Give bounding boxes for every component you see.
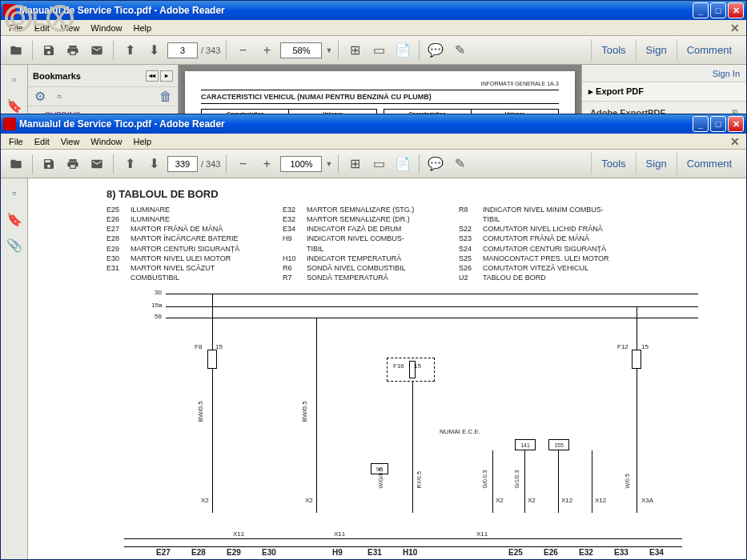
bm-new-button[interactable]: ▫ [52, 90, 66, 104]
close-doc-button[interactable]: ✕ [727, 135, 743, 148]
pdf2-title: 8) TABLOUL DE BORD [106, 188, 730, 200]
content-area-2: ▫ 🔖 📎 8) TABLOUL DE BORD E25E26E27E28E29… [1, 178, 746, 559]
prev-page-button[interactable]: ⬆ [119, 154, 140, 174]
print-button[interactable] [62, 154, 83, 174]
signin-link[interactable]: Sign In [582, 65, 746, 82]
zoom-out-button[interactable]: − [232, 40, 253, 61]
prev-page-button[interactable]: ⬆ [119, 40, 140, 61]
menu-file[interactable]: File [4, 22, 28, 34]
pdf-page-2: 8) TABLOUL DE BORD E25E26E27E28E29E30E31… [28, 178, 746, 559]
sign-panel-button[interactable]: Sign [636, 153, 677, 174]
export-pdf-header[interactable]: ▸ Export PDF [582, 82, 746, 102]
comment-tool-button[interactable]: 💬 [425, 40, 446, 61]
menu-window[interactable]: Window [86, 135, 127, 148]
menu-help[interactable]: Help [128, 135, 156, 148]
pdf1-corner: INFORMAȚII GENERALE 1A-3 [201, 81, 559, 86]
bookmarks-icon[interactable]: 🔖 [6, 97, 23, 114]
maximize-button[interactable]: □ [710, 2, 726, 18]
attachments-icon[interactable]: 📎 [6, 236, 23, 254]
wiring-diagram: 30 15a 58 F8 15 F12 15 F16 [76, 290, 698, 559]
pdf1-heading: CARACTERISTICI VEHICUL (NUMAI PENTRU BEN… [201, 90, 559, 104]
bm-options-button[interactable]: ⚙ [33, 90, 47, 104]
comment-tool-button[interactable]: 💬 [425, 154, 446, 174]
titlebar-2[interactable]: Manualul de Service Tico.pdf - Adobe Rea… [1, 114, 746, 134]
fit-width-button[interactable]: ⊞ [344, 154, 365, 174]
menu-window[interactable]: Window [86, 22, 127, 34]
minimize-button[interactable]: _ [693, 116, 709, 132]
fit-width-button[interactable]: ⊞ [344, 40, 365, 61]
bm-collapse-button[interactable]: ◂◂ [146, 70, 159, 82]
close-button[interactable]: ✕ [728, 116, 744, 132]
view-mode-button[interactable]: 📄 [392, 40, 413, 61]
menu-help[interactable]: Help [128, 22, 156, 34]
menu-file[interactable]: File [4, 135, 28, 148]
page-total-2: / 343 [201, 159, 220, 169]
tools-panel-button[interactable]: Tools [591, 153, 635, 174]
next-page-button[interactable]: ⬇ [143, 154, 164, 174]
close-button[interactable]: ✕ [728, 2, 744, 18]
zoom-in-button[interactable]: + [256, 40, 277, 61]
menubar-1: File Edit View Window Help ✕ [1, 20, 746, 36]
next-page-button[interactable]: ⬇ [143, 40, 164, 61]
save-button[interactable] [38, 40, 59, 61]
highlight-button[interactable]: ✎ [449, 154, 470, 174]
toolbar-1: ⬆ ⬇ / 343 − + ▼ ⊞ ▭ 📄 💬 ✎ Tools Sign Com… [1, 36, 746, 65]
page-input-1[interactable] [167, 42, 198, 58]
menu-view[interactable]: View [56, 135, 85, 148]
close-doc-button[interactable]: ✕ [727, 22, 743, 34]
zoom-input-1[interactable] [280, 42, 322, 58]
email-button[interactable] [86, 154, 107, 174]
open-button[interactable] [6, 40, 26, 61]
print-button[interactable] [62, 40, 83, 61]
title-text-2: Manualul de Service Tico.pdf - Adobe Rea… [19, 118, 693, 130]
bm-close-button[interactable]: ▸ [160, 70, 173, 82]
comment-panel-button[interactable]: Comment [677, 153, 741, 174]
thumbnails-icon[interactable]: ▫ [6, 185, 23, 202]
email-button[interactable] [86, 40, 107, 61]
bookmarks-title: Bookmarks [33, 71, 81, 81]
save-button[interactable] [38, 154, 59, 174]
zoom-input-2[interactable] [280, 156, 322, 172]
bookmarks-icon[interactable]: 🔖 [6, 210, 23, 228]
fit-page-button[interactable]: ▭ [368, 40, 389, 61]
highlight-button[interactable]: ✎ [449, 40, 470, 61]
page-total-1: / 343 [201, 46, 220, 55]
toolbar-2: ⬆ ⬇ / 343 − + ▼ ⊞ ▭ 📄 💬 ✎ Tools Sign Com… [1, 150, 746, 178]
sign-panel-button[interactable]: Sign [636, 39, 677, 61]
view-mode-button[interactable]: 📄 [392, 154, 413, 174]
fit-page-button[interactable]: ▭ [368, 154, 389, 174]
page-input-2[interactable] [167, 156, 198, 172]
bm-delete-button[interactable]: 🗑 [159, 90, 173, 104]
app-icon [3, 4, 16, 17]
menu-view[interactable]: View [56, 22, 85, 34]
maximize-button[interactable]: □ [710, 116, 726, 132]
minimize-button[interactable]: _ [693, 2, 709, 18]
thumbnails-icon[interactable]: ▫ [6, 71, 23, 89]
window-front: Manualul de Service Tico.pdf - Adobe Rea… [0, 114, 747, 560]
pdf2-legend: E25E26E27E28E29E30E31 ILUMINAREILUMINARE… [106, 205, 730, 282]
zoom-in-button[interactable]: + [256, 154, 277, 174]
tools-panel-button[interactable]: Tools [591, 39, 635, 61]
title-text-1: Manualul de Service Tico.pdf - Adobe Rea… [19, 5, 693, 16]
comment-panel-button[interactable]: Comment [677, 39, 741, 61]
menubar-2: File Edit View Window Help ✕ [1, 134, 746, 150]
open-button[interactable] [6, 154, 26, 174]
nav-pane-2: ▫ 🔖 📎 [1, 178, 28, 559]
pdf-view-2[interactable]: 8) TABLOUL DE BORD E25E26E27E28E29E30E31… [28, 178, 746, 559]
titlebar-1[interactable]: Manualul de Service Tico.pdf - Adobe Rea… [1, 1, 746, 20]
menu-edit[interactable]: Edit [30, 22, 54, 34]
zoom-out-button[interactable]: − [232, 154, 253, 174]
menu-edit[interactable]: Edit [30, 135, 54, 148]
app-icon [3, 118, 16, 130]
